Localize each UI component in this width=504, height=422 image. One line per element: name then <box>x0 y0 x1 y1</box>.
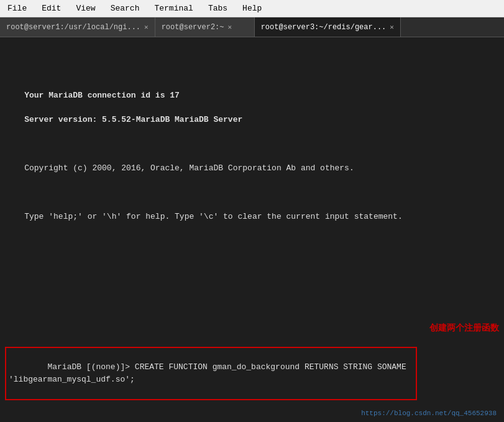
intro-line3: Copyright (c) 2000, 2016, Oracle, MariaD… <box>24 163 354 173</box>
menu-tabs[interactable]: Tabs <box>206 2 230 14</box>
intro-line1: Your MariaDB connection id is 17 <box>24 91 180 100</box>
terminal-content[interactable]: Your MariaDB connection id is 17 Server … <box>0 37 504 422</box>
close-tab-server1[interactable]: ✕ <box>144 23 149 31</box>
annotation1: 创建两个注册函数 <box>429 321 499 334</box>
menu-help[interactable]: Help <box>240 2 264 14</box>
tab-server2[interactable]: root@server2:~ ✕ <box>155 17 255 37</box>
cmd1-box: MariaDB [(none)]> CREATE FUNCTION gman_d… <box>5 347 417 400</box>
intro-line2: Server version: 5.5.52-MariaDB MariaDB S… <box>24 115 242 124</box>
close-tab-server2[interactable]: ✕ <box>228 23 232 31</box>
menu-edit[interactable]: Edit <box>39 2 63 14</box>
close-tab-server3[interactable]: ✕ <box>390 23 394 31</box>
cmd1-text: MariaDB [(none)]> CREATE FUNCTION gman_d… <box>9 362 411 384</box>
tab-server1-label: root@server1:/usr/local/ngi... <box>6 23 140 32</box>
intro-line4: Type 'help;' or '\h' for help. Type '\c'… <box>24 212 403 221</box>
tab-server1[interactable]: root@server1:/usr/local/ngi... ✕ <box>0 17 155 37</box>
cmd1-section: MariaDB [(none)]> CREATE FUNCTION gman_d… <box>5 321 499 423</box>
menu-terminal[interactable]: Terminal <box>152 2 195 14</box>
tab-server2-label: root@server2:~ <box>162 23 224 32</box>
menu-search[interactable]: Search <box>108 2 142 14</box>
menu-view[interactable]: View <box>73 2 98 14</box>
watermark: https://blog.csdn.net/qq_45652938 <box>361 410 497 417</box>
intro-section: Your MariaDB connection id is 17 Server … <box>5 78 499 236</box>
tab-server3[interactable]: root@server3:~/redis/gear... ✕ <box>255 17 401 37</box>
menu-bar: File Edit View Search Terminal Tabs Help <box>0 0 504 17</box>
menu-file[interactable]: File <box>5 2 29 14</box>
tab-server3-label: root@server3:~/redis/gear... <box>261 23 387 32</box>
tab-bar: root@server1:/usr/local/ngi... ✕ root@se… <box>0 17 504 37</box>
